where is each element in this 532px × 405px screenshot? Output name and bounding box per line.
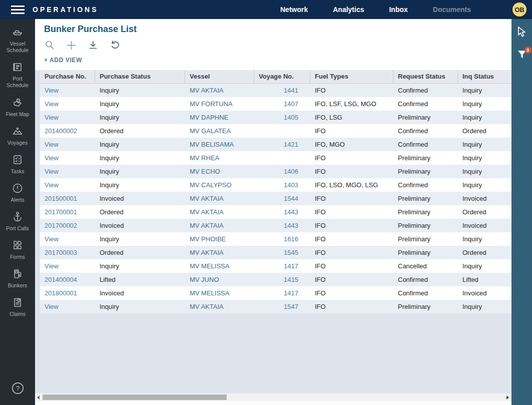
sidebar-item-tasks[interactable]: Tasks xyxy=(0,154,35,175)
voyage-no-link[interactable]: 1403 xyxy=(254,178,310,192)
request-status-cell: Preliminary xyxy=(393,111,458,124)
voyage-no-link[interactable]: 1406 xyxy=(254,165,310,178)
scrollbar-thumb[interactable] xyxy=(43,394,227,400)
voyage-no-link[interactable]: 1544 xyxy=(254,192,310,205)
purchase-no-cell[interactable]: 201400004 xyxy=(40,273,95,286)
voyage-no-link[interactable]: 1616 xyxy=(254,232,310,246)
request-status-cell: Confirmed xyxy=(393,97,458,111)
view-link[interactable]: View xyxy=(40,138,95,151)
nav-item-network[interactable]: Network xyxy=(280,6,308,14)
vessel-link[interactable]: MV AKTAIA xyxy=(185,84,254,97)
voyage-no-link[interactable]: 1547 xyxy=(254,300,310,313)
request-status-cell: Confirmed xyxy=(393,124,458,138)
scroll-left-arrow-icon[interactable] xyxy=(37,395,40,399)
vessel-link[interactable]: MV PHOIBE xyxy=(185,232,254,246)
vessel-link[interactable]: MV AKTAIA xyxy=(185,219,254,232)
view-link[interactable]: View xyxy=(40,151,95,165)
content-header: Bunker Purchase List + ADD VIEW xyxy=(35,19,511,70)
column-header-purchase-no[interactable]: Purchase No. xyxy=(40,70,95,83)
view-link[interactable]: View xyxy=(40,84,95,97)
view-link[interactable]: View xyxy=(40,259,95,273)
vessel-link[interactable]: MV ECHO xyxy=(185,165,254,178)
nav-item-documents[interactable]: Documents xyxy=(433,6,471,14)
sidebar-item-forms[interactable]: Forms xyxy=(0,239,35,260)
pointer-icon[interactable] xyxy=(516,26,528,41)
vessel-link[interactable]: MV RHEA xyxy=(185,151,254,165)
purchase-no-cell[interactable]: 201800001 xyxy=(40,286,95,300)
vessel-link[interactable]: MV DAPHNE xyxy=(185,111,254,124)
vessel-link[interactable]: MV BELISAMA xyxy=(185,138,254,151)
sidebar-item-port-calls[interactable]: Port Calls xyxy=(0,211,35,232)
request-status-cell: Cancelled xyxy=(393,259,458,273)
inq-status-cell: Inquiry xyxy=(458,232,511,246)
sidebar-item-label: Claims xyxy=(10,311,26,317)
filter-count-badge: 3 xyxy=(524,47,531,54)
vessel-schedule-icon xyxy=(12,26,24,38)
sidebar-item-vessel-schedule[interactable]: Vessel Schedule xyxy=(0,26,35,54)
inq-status-cell: Inquiry xyxy=(458,300,511,313)
vessel-link[interactable]: MV AKTAIA xyxy=(185,300,254,313)
column-header-voyage-no[interactable]: Voyage No. xyxy=(254,70,310,83)
voyage-no-link[interactable]: 1417 xyxy=(254,286,310,300)
purchase-no-cell[interactable]: 201700003 xyxy=(40,246,95,259)
voyage-no-link[interactable]: 1545 xyxy=(254,246,310,259)
view-link[interactable]: View xyxy=(40,111,95,124)
voyage-no-link[interactable]: 1443 xyxy=(254,219,310,232)
column-header-inq-status[interactable]: Inq Status xyxy=(458,70,511,83)
view-link[interactable]: View xyxy=(40,300,95,313)
brand-logo: OPERATIONS xyxy=(33,6,99,14)
purchase-no-cell[interactable]: 201700001 xyxy=(40,205,95,219)
voyage-no-link[interactable]: 1405 xyxy=(254,111,310,124)
left-sidebar: Vessel Schedule Port Schedule Fleet Map xyxy=(0,19,35,405)
help-icon[interactable]: ? xyxy=(11,381,25,397)
vessel-link[interactable]: MV MELISSA xyxy=(185,259,254,273)
view-link[interactable]: View xyxy=(40,178,95,192)
vessel-link[interactable]: MV AKTAIA xyxy=(185,192,254,205)
vessel-link[interactable]: MV AKTAIA xyxy=(185,246,254,259)
vessel-link[interactable]: MV JUNO xyxy=(185,273,254,286)
hamburger-menu-icon[interactable] xyxy=(11,6,25,14)
voyage-no-link[interactable]: 1443 xyxy=(254,205,310,219)
voyage-no-link[interactable]: 1407 xyxy=(254,97,310,111)
nav-item-analytics[interactable]: Analytics xyxy=(333,6,364,14)
view-link[interactable]: View xyxy=(40,232,95,246)
purchase-no-cell[interactable]: 201400002 xyxy=(40,124,95,138)
filter-icon[interactable]: 3 xyxy=(516,49,527,62)
voyage-no-link[interactable] xyxy=(254,124,310,138)
view-link[interactable]: View xyxy=(40,97,95,111)
download-icon[interactable] xyxy=(88,40,99,51)
column-header-purchase-status[interactable]: Purchase Status xyxy=(95,70,185,83)
undo-icon[interactable] xyxy=(109,40,121,51)
voyage-no-link[interactable]: 1421 xyxy=(254,138,310,151)
vessel-link[interactable]: MV GALATEA xyxy=(185,124,254,138)
voyage-no-link[interactable] xyxy=(254,151,310,165)
scroll-right-arrow-icon[interactable] xyxy=(506,395,509,399)
view-link[interactable]: View xyxy=(40,165,95,178)
vessel-link[interactable]: MV CALYPSO xyxy=(185,178,254,192)
purchase-status-cell: Inquiry xyxy=(95,300,185,313)
voyage-no-link[interactable]: 1415 xyxy=(254,273,310,286)
add-view-button[interactable]: + ADD VIEW xyxy=(44,57,82,64)
sidebar-item-voyages[interactable]: Voyages xyxy=(0,125,35,146)
vessel-link[interactable]: MV AKTAIA xyxy=(185,205,254,219)
horizontal-scrollbar[interactable] xyxy=(35,393,511,401)
column-header-request-status[interactable]: Request Status xyxy=(393,70,458,83)
nav-item-inbox[interactable]: Inbox xyxy=(389,6,407,14)
add-icon[interactable] xyxy=(66,40,77,51)
sidebar-item-label: Voyages xyxy=(8,140,28,146)
column-header-vessel[interactable]: Vessel xyxy=(185,70,254,83)
search-icon[interactable] xyxy=(44,40,55,51)
sidebar-item-bunkers[interactable]: Bunkers xyxy=(0,268,35,289)
purchase-no-cell[interactable]: 201500001 xyxy=(40,192,95,205)
sidebar-item-claims[interactable]: Claims xyxy=(0,296,35,317)
sidebar-item-fleet-map[interactable]: Fleet Map xyxy=(0,97,35,118)
column-header-fuel-types[interactable]: Fuel Types xyxy=(310,70,393,83)
sidebar-item-alerts[interactable]: Alerts xyxy=(0,182,35,203)
voyage-no-link[interactable]: 1417 xyxy=(254,259,310,273)
vessel-link[interactable]: MV MELISSA xyxy=(185,286,254,300)
voyage-no-link[interactable]: 1441 xyxy=(254,84,310,97)
user-avatar[interactable]: OB xyxy=(512,3,526,17)
purchase-no-cell[interactable]: 201700002 xyxy=(40,219,95,232)
sidebar-item-port-schedule[interactable]: Port Schedule xyxy=(0,61,35,89)
vessel-link[interactable]: MV FORTUNA xyxy=(185,97,254,111)
